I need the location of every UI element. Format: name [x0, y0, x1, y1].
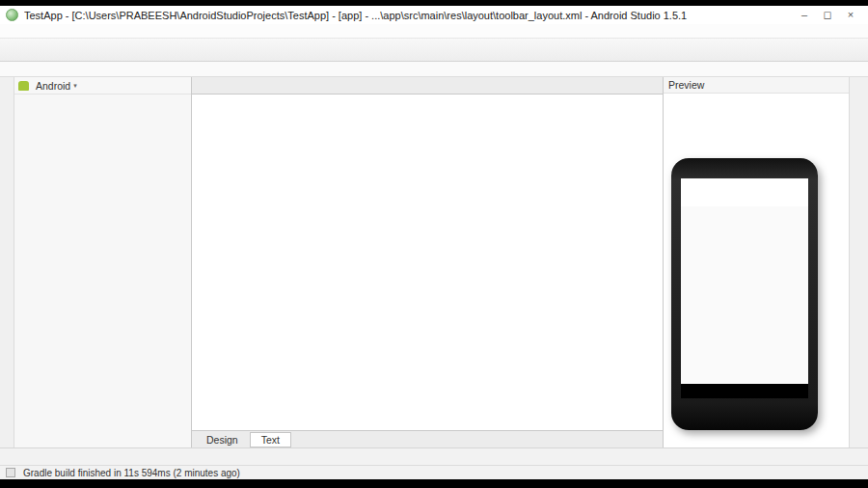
- bottom-letterbox: [0, 479, 868, 488]
- design-text-switcher: Design Text: [192, 430, 663, 447]
- left-tool-stripe: [0, 77, 14, 447]
- menu-bar: [0, 24, 868, 39]
- project-panel: Android ▾: [14, 77, 192, 447]
- project-tree: [14, 95, 191, 447]
- battery-icon: [789, 180, 792, 186]
- tool-window-bar: [0, 447, 868, 465]
- rendered-toolbar: 6:00: [681, 178, 808, 206]
- phone-nav-bar: [681, 384, 808, 398]
- chevron-down-icon: ▾: [73, 82, 77, 90]
- preview-zoom-toolbar: [664, 114, 849, 133]
- android-studio-logo-icon: [6, 9, 18, 21]
- ide-window: TestApp - [C:\Users\PRABEESH\AndroidStud…: [0, 6, 868, 479]
- title-bar: TestApp - [C:\Users\PRABEESH\AndroidStud…: [0, 6, 868, 24]
- rendered-content: [681, 206, 808, 384]
- preview-header: Preview: [664, 77, 849, 94]
- main-area: Android ▾ Design Text Preview: [0, 77, 868, 447]
- device-frame: 6:00: [671, 158, 818, 430]
- minimize-button[interactable]: –: [793, 9, 816, 21]
- wifi-icon: [781, 181, 787, 186]
- code-editor[interactable]: [192, 95, 663, 430]
- project-panel-header: Android ▾: [14, 77, 191, 95]
- project-view-selector[interactable]: Android: [36, 80, 70, 92]
- editor-area: Design Text: [192, 77, 664, 447]
- phone-status-icons: 6:00: [781, 180, 805, 186]
- device-screen: 6:00: [681, 178, 808, 398]
- android-studio-window: TestApp - [C:\Users\PRABEESH\AndroidStud…: [0, 0, 868, 488]
- status-message: Gradle build finished in 11s 594ms (2 mi…: [23, 468, 240, 478]
- main-toolbar: [0, 39, 868, 62]
- tool-window-toggle-icon[interactable]: [6, 468, 15, 477]
- restore-button[interactable]: ◻: [816, 9, 839, 21]
- status-bar: Gradle build finished in 11s 594ms (2 mi…: [0, 465, 868, 479]
- right-tool-stripe: [849, 77, 868, 447]
- window-controls: –◻×: [793, 9, 862, 21]
- preview-title: Preview: [668, 79, 704, 91]
- breadcrumb: [0, 62, 868, 77]
- tab-design[interactable]: Design: [195, 432, 250, 447]
- close-button[interactable]: ×: [839, 9, 862, 21]
- preview-panel: Preview 6:00: [664, 77, 849, 447]
- android-view-icon: [18, 81, 29, 91]
- window-title: TestApp - [C:\Users\PRABEESH\AndroidStud…: [24, 10, 793, 21]
- tab-text[interactable]: Text: [250, 432, 291, 447]
- preview-canvas: 6:00: [664, 133, 849, 447]
- editor-tab-bar: [192, 77, 663, 95]
- phone-clock: 6:00: [794, 180, 805, 186]
- preview-config-toolbar: [664, 94, 849, 114]
